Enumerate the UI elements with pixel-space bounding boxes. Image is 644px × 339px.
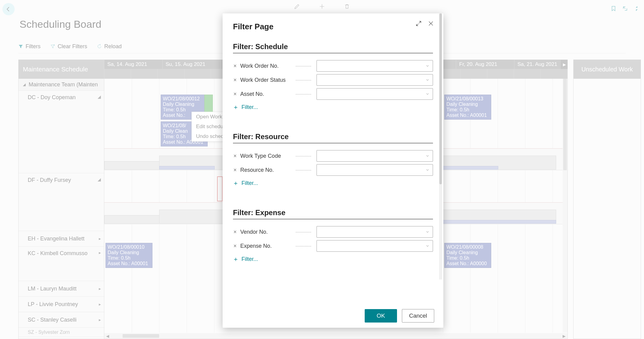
dots xyxy=(296,66,311,67)
cancel-button[interactable]: Cancel xyxy=(402,309,434,323)
add-filter-label: Filter... xyxy=(242,180,258,186)
add-filter-button[interactable]: Filter... xyxy=(233,104,433,110)
filter-row: ✕ Asset No. xyxy=(233,87,433,101)
filter-label: Vendor No. xyxy=(240,229,290,235)
filter-section-schedule: Filter: Schedule ✕ Work Order No. ✕ Work… xyxy=(233,42,433,110)
filter-section-resource: Filter: Resource ✕ Work Type Code ✕ Reso… xyxy=(233,132,433,186)
filter-dropdown[interactable] xyxy=(317,240,433,252)
section-heading: Filter: Expense xyxy=(233,208,433,219)
filter-row: ✕ Resource No. xyxy=(233,163,433,177)
remove-filter-icon[interactable]: ✕ xyxy=(233,243,237,248)
filter-label: Work Order No. xyxy=(240,63,290,69)
add-filter-label: Filter... xyxy=(242,104,258,110)
remove-filter-icon[interactable]: ✕ xyxy=(233,168,237,172)
filter-label: Expense No. xyxy=(240,243,290,249)
remove-filter-icon[interactable]: ✕ xyxy=(233,229,237,234)
dialog-title: Filter Page xyxy=(233,22,433,31)
filter-label: Work Type Code xyxy=(240,153,290,159)
remove-filter-icon[interactable]: ✕ xyxy=(233,63,237,68)
filter-label: Resource No. xyxy=(240,167,290,173)
filter-row: ✕ Work Order No. xyxy=(233,59,433,73)
section-heading: Filter: Resource xyxy=(233,132,433,143)
filter-dropdown[interactable] xyxy=(317,226,433,238)
remove-filter-icon[interactable]: ✕ xyxy=(233,92,237,96)
dots xyxy=(296,156,311,157)
filter-dropdown[interactable] xyxy=(317,74,433,86)
add-filter-button[interactable]: Filter... xyxy=(233,180,433,186)
dots xyxy=(296,232,311,233)
remove-filter-icon[interactable]: ✕ xyxy=(233,153,237,158)
expand-icon[interactable] xyxy=(415,20,422,28)
filter-dropdown[interactable] xyxy=(317,88,433,100)
filter-row: ✕ Expense No. xyxy=(233,239,433,253)
add-filter-label: Filter... xyxy=(242,256,258,262)
filter-section-expense: Filter: Expense ✕ Vendor No. ✕ Expense N… xyxy=(233,208,433,262)
filter-row: ✕ Vendor No. xyxy=(233,225,433,239)
dots xyxy=(296,94,311,95)
dialog-scrollbar[interactable] xyxy=(439,13,442,279)
filter-dropdown[interactable] xyxy=(317,60,433,72)
filter-dropdown[interactable] xyxy=(317,150,433,162)
filter-label: Asset No. xyxy=(240,91,290,97)
filter-label: Work Order Status xyxy=(240,77,290,83)
filter-dialog: Filter Page Filter: Schedule ✕ Work Orde… xyxy=(223,13,443,328)
filter-row: ✕ Work Type Code xyxy=(233,149,433,163)
section-heading: Filter: Schedule xyxy=(233,42,433,53)
filter-dropdown[interactable] xyxy=(317,164,433,176)
ok-button[interactable]: OK xyxy=(365,309,397,323)
remove-filter-icon[interactable]: ✕ xyxy=(233,78,237,82)
close-icon[interactable] xyxy=(428,20,434,28)
filter-row: ✕ Work Order Status xyxy=(233,73,433,87)
add-filter-button[interactable]: Filter... xyxy=(233,256,433,262)
dots xyxy=(296,80,311,81)
dots xyxy=(296,246,311,247)
dots xyxy=(296,170,311,171)
